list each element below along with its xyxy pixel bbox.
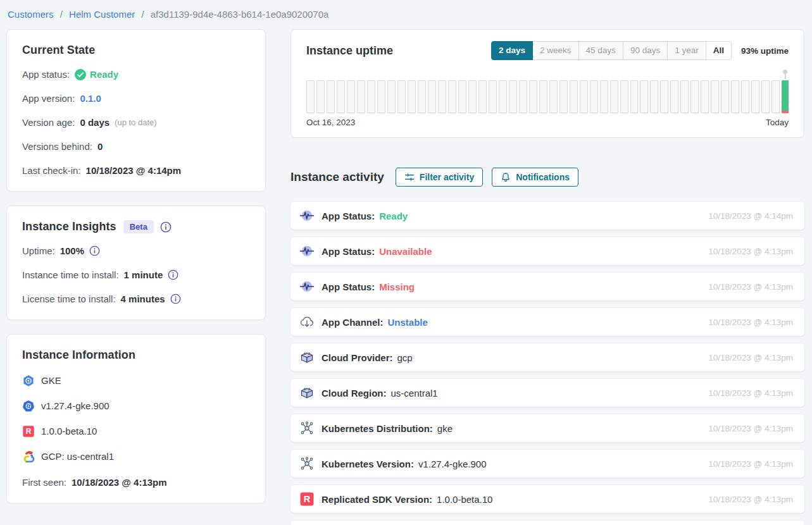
uptime-bar-nodata[interactable] xyxy=(771,80,780,113)
uptime-bar-nodata[interactable] xyxy=(327,80,335,113)
uptime-bar-nodata[interactable] xyxy=(519,80,527,113)
right-column: Instance uptime 2 days2 weeks45 days90 d… xyxy=(290,29,804,525)
range-button-2-weeks[interactable]: 2 weeks xyxy=(532,41,579,60)
app-status-row: App status: Ready xyxy=(22,68,250,81)
uptime-bar-nodata[interactable] xyxy=(721,80,729,113)
filter-activity-button[interactable]: Filter activity xyxy=(396,168,483,187)
uptime-bar-nodata[interactable] xyxy=(468,80,477,113)
uptime-bar-nodata[interactable] xyxy=(418,80,426,113)
notifications-button[interactable]: Notifications xyxy=(492,168,578,187)
uptime-bar-nodata[interactable] xyxy=(600,80,608,113)
instance-insights-title: Instance Insights xyxy=(22,220,116,233)
uptime-bar-nodata[interactable] xyxy=(590,80,598,113)
uptime-bar-nodata[interactable] xyxy=(458,80,466,113)
activity-row-value: 1.0.0-beta.10 xyxy=(437,494,492,505)
instance-uptime-title: Instance uptime xyxy=(306,44,393,58)
insight-label: License time to install: xyxy=(22,292,116,306)
cloud-region-icon xyxy=(299,385,315,400)
uptime-bar-nodata[interactable] xyxy=(630,80,639,113)
uptime-bar-nodata[interactable] xyxy=(741,80,749,113)
marker-dot xyxy=(783,70,787,74)
app-status-icon xyxy=(299,208,315,223)
activity-row-value: Ready xyxy=(379,211,408,221)
uptime-bar-nodata[interactable] xyxy=(570,80,578,113)
uptime-chart xyxy=(306,74,789,113)
uptime-bar-nodata[interactable] xyxy=(357,80,365,113)
uptime-range-group: 2 days2 weeks45 days90 days1 yearAll xyxy=(491,41,732,60)
activity-row-value: v1.27.4-gke.900 xyxy=(418,459,487,469)
gcp-icon xyxy=(22,450,35,463)
app-status-icon xyxy=(299,244,315,259)
uptime-bar-nodata[interactable] xyxy=(478,80,487,113)
gke-icon xyxy=(22,374,35,387)
uptime-bar-nodata[interactable] xyxy=(640,80,648,113)
last-checkin-value: 10/18/2023 @ 4:14pm xyxy=(86,164,182,177)
uptime-bar-nodata[interactable] xyxy=(701,80,709,113)
uptime-bar-nodata[interactable] xyxy=(306,80,315,113)
range-button-all[interactable]: All xyxy=(706,41,732,60)
uptime-bar-nodata[interactable] xyxy=(711,80,719,113)
uptime-bar-nodata[interactable] xyxy=(529,80,537,113)
uptime-bar-segment-down xyxy=(782,111,789,113)
app-status-icon xyxy=(299,279,315,294)
info-icon[interactable] xyxy=(170,293,181,304)
activity-row-timestamp: 10/18/2023 @ 4:13pm xyxy=(708,424,793,433)
info-icon[interactable] xyxy=(89,245,100,256)
marker-stem xyxy=(785,74,786,79)
uptime-controls: 2 days2 weeks45 days90 days1 yearAll 93%… xyxy=(491,41,789,60)
uptime-bar-nodata[interactable] xyxy=(367,80,375,113)
activity-row-timestamp: 10/18/2023 @ 4:13pm xyxy=(708,388,793,398)
uptime-bar-nodata[interactable] xyxy=(387,80,396,113)
filter-sliders-icon xyxy=(404,172,415,182)
breadcrumb-separator: / xyxy=(58,9,66,20)
breadcrumb-link[interactable]: Customers xyxy=(8,9,54,20)
uptime-bar-nodata[interactable] xyxy=(549,80,558,113)
uptime-bar-nodata[interactable] xyxy=(680,80,689,113)
instance-insights-card: Instance Insights Beta Uptime:100%Instan… xyxy=(6,206,266,320)
info-icon[interactable] xyxy=(160,221,172,233)
breadcrumb-link[interactable]: Helm Customer xyxy=(69,9,135,20)
uptime-bar-nodata[interactable] xyxy=(408,80,416,113)
uptime-bar-nodata[interactable] xyxy=(347,80,355,113)
instance-info-item: GCP: us-central1 xyxy=(22,450,250,463)
range-button-45-days[interactable]: 45 days xyxy=(578,41,623,60)
insight-value: 4 minutes xyxy=(121,292,165,306)
activity-row-label: App Status: xyxy=(322,211,375,221)
uptime-bar-nodata[interactable] xyxy=(489,80,497,113)
uptime-bar-nodata[interactable] xyxy=(377,80,385,113)
range-button-2-days[interactable]: 2 days xyxy=(491,41,533,60)
uptime-bar-nodata[interactable] xyxy=(438,80,446,113)
uptime-bar-nodata[interactable] xyxy=(499,80,507,113)
activity-row-value: gke xyxy=(437,423,453,434)
uptime-bar-nodata[interactable] xyxy=(761,80,770,113)
uptime-bar-nodata[interactable] xyxy=(337,80,345,113)
uptime-bar-nodata[interactable] xyxy=(580,80,588,113)
activity-row-value: Unstable xyxy=(388,317,428,328)
first-seen-label: First seen: xyxy=(22,476,66,489)
activity-row-timestamp: 10/18/2023 @ 4:13pm xyxy=(708,353,793,362)
uptime-bar-nodata[interactable] xyxy=(397,80,406,113)
uptime-bar-nodata[interactable] xyxy=(751,80,759,113)
activity-row-value: Unavailable xyxy=(379,246,432,257)
uptime-bar-nodata[interactable] xyxy=(660,80,668,113)
uptime-bar-nodata[interactable] xyxy=(650,80,658,113)
info-icon[interactable] xyxy=(168,269,178,280)
uptime-bar-nodata[interactable] xyxy=(690,80,699,113)
bell-icon xyxy=(501,172,511,182)
uptime-bar-data[interactable] xyxy=(782,80,789,113)
uptime-bar-nodata[interactable] xyxy=(428,80,436,113)
range-button-1-year[interactable]: 1 year xyxy=(667,41,706,60)
range-button-90-days[interactable]: 90 days xyxy=(623,41,668,60)
uptime-bar-nodata[interactable] xyxy=(448,80,456,113)
uptime-bar-nodata[interactable] xyxy=(670,80,678,113)
uptime-bar-nodata[interactable] xyxy=(620,80,628,113)
uptime-bar-nodata[interactable] xyxy=(316,80,325,113)
activity-row: Cloud Provider:gcp10/18/2023 @ 4:13pm xyxy=(290,343,804,371)
uptime-bar-nodata[interactable] xyxy=(509,80,517,113)
activity-row-label: Cloud Provider: xyxy=(322,352,393,363)
uptime-bar-nodata[interactable] xyxy=(610,80,618,113)
uptime-bar-nodata[interactable] xyxy=(539,80,547,113)
uptime-bar-nodata[interactable] xyxy=(731,80,739,113)
uptime-bar-nodata[interactable] xyxy=(559,80,568,113)
app-version-link[interactable]: 0.1.0 xyxy=(80,92,101,105)
